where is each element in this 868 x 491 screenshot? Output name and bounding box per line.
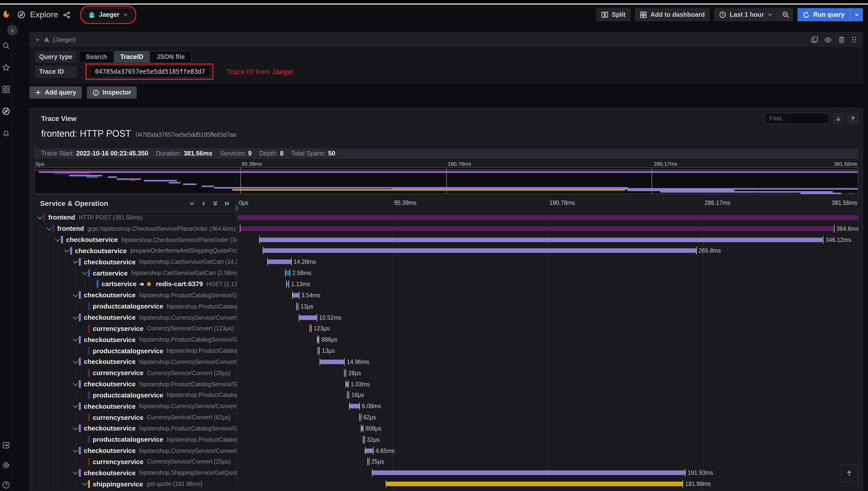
chevron-down-icon[interactable] [37,214,42,219]
span-row[interactable]: checkoutservicehipstershop.CurrencyServi… [34,356,858,368]
chevron-down-icon[interactable] [73,425,78,430]
span-name-cell[interactable]: checkoutservicehipstershop.CurrencyServi… [34,401,237,412]
span-row[interactable]: productcatalogservicehipstershop.Product… [34,389,858,401]
span-row[interactable]: cartservice➔redis-cart:6379HGET (1.13ms)… [34,279,858,290]
span-duration-bar[interactable] [360,415,361,420]
inspector-button[interactable]: Inspector [87,86,137,98]
collapse-one-icon[interactable] [189,201,194,206]
span-row[interactable]: currencyserviceCurrencyService/Convert (… [34,412,858,423]
span-row[interactable]: checkoutserviceprepareOrderItemsAndShipp… [34,245,858,256]
span-row[interactable]: checkoutservicehipstershop.CheckoutServi… [34,234,858,245]
span-gantt-cell[interactable]: 10.52ms [237,312,858,323]
span-duration-bar[interactable] [297,304,298,309]
span-name-cell[interactable]: currencyserviceCurrencyService/Convert (… [34,412,237,423]
sign-in-icon[interactable] [2,441,10,449]
explore-compass-icon[interactable] [2,107,10,115]
trace-minimap[interactable] [34,167,858,194]
span-row[interactable]: checkoutservicehipstershop.CurrencyServi… [34,401,858,412]
span-gantt-cell[interactable]: 346.12ms [237,234,858,245]
span-duration-bar[interactable] [373,471,685,475]
span-duration-bar[interactable] [287,282,289,286]
star-icon[interactable] [2,63,10,72]
span-row[interactable]: shippingserviceget-quote (181.98ms)181.9… [34,479,858,490]
span-gantt-cell[interactable]: 4.65ms [237,445,858,456]
span-name-cell[interactable]: checkoutservicehipstershop.ProductCatalo… [34,378,237,389]
eye-icon[interactable] [824,36,832,44]
span-row[interactable]: currencyserviceCurrencyService/Convert (… [34,456,858,467]
drag-handle-icon[interactable] [851,36,857,43]
span-duration-bar[interactable] [310,326,311,331]
help-icon[interactable] [2,480,10,489]
chevron-down-icon[interactable] [82,481,87,486]
query-type-tab-json-file[interactable]: JSON file [150,51,191,62]
span-row[interactable]: frontendgrpc.hipstershop.CheckoutService… [34,223,858,234]
expand-one-icon[interactable] [201,201,206,206]
span-gantt-cell[interactable]: 123μs [237,323,858,334]
span-name-cell[interactable]: currencyserviceCurrencyService/Convert (… [34,323,237,334]
span-name-cell[interactable]: checkoutservicehipstershop.CartService/G… [34,256,237,268]
span-duration-bar[interactable] [387,482,683,486]
span-name-cell[interactable]: checkoutservicehipstershop.CheckoutServi… [34,234,237,245]
span-name-cell[interactable]: frontendHTTP POST (381.56ms) [34,212,237,223]
span-gantt-cell[interactable]: 14.28ms [237,256,858,268]
span-gantt-cell[interactable]: 265.8ms [237,245,858,256]
span-gantt-cell[interactable]: 13μs [237,345,858,356]
span-gantt-cell[interactable]: 191.93ms [237,467,858,479]
find-input[interactable] [765,113,829,124]
alerting-bell-icon[interactable] [2,128,10,137]
grafana-logo-icon[interactable] [2,10,10,20]
span-duration-bar[interactable] [363,437,364,442]
span-name-cell[interactable]: currencyserviceCurrencyService/Convert (… [34,456,237,467]
chevron-down-icon[interactable] [73,403,78,408]
span-row[interactable]: productcatalogservicehipstershop.Product… [34,345,858,356]
query-row-header[interactable]: A (Jaeger) [30,32,862,47]
span-row[interactable]: checkoutservicehipstershop.CurrencyServi… [34,445,858,456]
search-icon[interactable] [2,41,10,50]
span-row[interactable]: currencyserviceCurrencyService/Convert (… [34,368,858,379]
chevron-down-icon[interactable] [73,358,78,364]
span-name-cell[interactable]: checkoutservicehipstershop.ShippingServi… [34,467,237,479]
duplicate-query-icon[interactable] [811,36,818,43]
share-icon[interactable] [63,11,70,19]
find-prev-button[interactable] [847,113,858,124]
span-duration-bar[interactable] [240,226,834,231]
span-row[interactable]: checkoutservicehipstershop.CartService/G… [34,256,858,268]
collapse-all-icon[interactable] [212,201,218,206]
span-duration-bar[interactable] [349,404,359,409]
collapse-chevron-icon[interactable] [35,37,40,42]
span-row[interactable]: cartservicehipstershop.CartService/GetCa… [34,267,858,279]
span-duration-bar[interactable] [362,426,363,431]
span-gantt-cell[interactable]: 181.98ms [237,479,858,490]
run-query-button[interactable]: Run query [797,8,863,21]
span-gantt-cell[interactable]: 6.08ms [237,401,858,412]
chevron-down-icon[interactable] [73,470,78,475]
span-gantt-cell[interactable] [237,212,858,223]
span-row[interactable]: checkoutservicehipstershop.CurrencyServi… [34,312,858,323]
column-resize-handle[interactable]: || [235,205,239,210]
span-duration-bar[interactable] [319,348,320,353]
span-name-cell[interactable]: shippingserviceget-quote (181.98ms) [34,479,237,490]
chevron-down-icon[interactable] [73,259,78,264]
dashboards-grid-icon[interactable] [2,85,10,93]
span-duration-bar[interactable] [286,271,290,275]
query-type-tab-search[interactable]: Search [79,51,114,62]
span-gantt-cell[interactable]: 62μs [237,412,858,423]
span-gantt-cell[interactable]: 14.96ms [237,356,858,368]
span-row[interactable]: productcatalogservicehipstershop.Product… [34,434,858,445]
split-button[interactable]: Split [596,8,631,21]
span-gantt-cell[interactable]: 364.6ms [237,223,858,234]
span-duration-bar[interactable] [348,393,349,398]
span-name-cell[interactable]: productcatalogservicehipstershop.Product… [34,389,237,401]
span-duration-bar[interactable] [318,337,319,342]
time-zoom-out-button[interactable] [778,8,793,21]
span-row[interactable]: currencyserviceCurrencyService/Convert (… [34,323,858,334]
span-name-cell[interactable]: productcatalogservicehipstershop.Product… [34,434,237,445]
chevron-down-icon[interactable] [73,337,78,342]
span-row[interactable]: productcatalogservicehipstershop.Product… [34,301,858,312]
span-duration-bar[interactable] [346,382,348,386]
chevron-down-icon[interactable] [82,270,87,275]
span-name-cell[interactable]: checkoutservicehipstershop.ProductCatalo… [34,423,237,434]
span-name-cell[interactable]: currencyserviceCurrencyService/Convert (… [34,368,237,379]
span-name-cell[interactable]: checkoutservicehipstershop.CurrencyServi… [34,356,237,368]
scroll-to-top-button[interactable] [841,465,858,482]
